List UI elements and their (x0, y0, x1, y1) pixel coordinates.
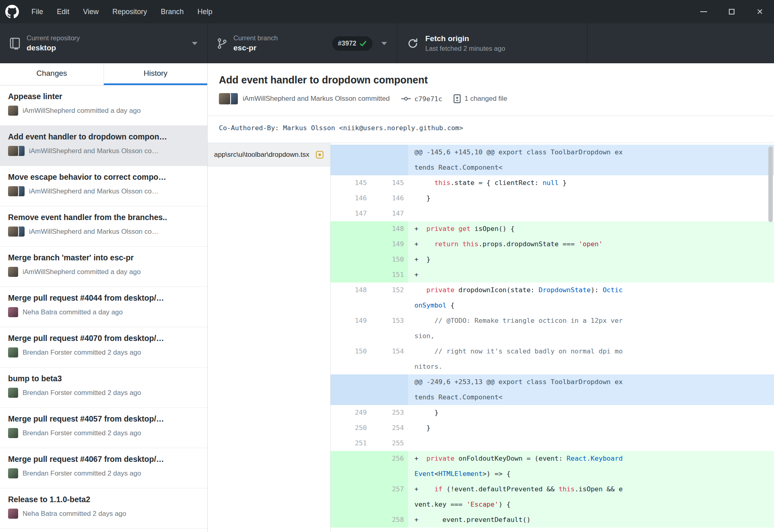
commit-list-item[interactable]: Merge pull request #4067 from desktop/…B… (0, 448, 207, 488)
diff-row-ctx: 149153 // @TODO: Remake triangle octicon… (331, 313, 774, 344)
tab-history[interactable]: History (104, 63, 208, 85)
commit-list-item[interactable]: Add event handler to dropdown compon…iAm… (0, 126, 207, 166)
commit-list-item[interactable]: Merge branch 'master' into esc-priAmWill… (0, 247, 207, 287)
new-line-number: 148 (371, 221, 408, 237)
commit-item-meta: iAmWillShepherd and Markus Olsson co… (8, 146, 199, 156)
menu-help[interactable]: Help (191, 0, 219, 23)
pull-request-badge[interactable]: #3972 (332, 36, 372, 51)
code-cell: + event.preventDefault() (408, 512, 774, 528)
commit-item-title: Merge pull request #4067 from desktop/… (8, 455, 199, 464)
fetch-origin-button[interactable]: Fetch origin Last fetched 2 minutes ago (397, 23, 587, 63)
commit-item-meta-text: Brendan Forster committed 2 days ago (23, 470, 141, 478)
code-cell: // right now it's scaled badly on normal… (408, 344, 774, 374)
commit-meta-row: iAmWillShepherd and Markus Olsson commit… (219, 92, 763, 105)
commit-list-item[interactable]: Merge pull request #4044 from desktop/…N… (0, 287, 207, 327)
new-line-number (371, 145, 408, 175)
check-icon (360, 40, 367, 47)
commit-item-meta-text: Neha Batra committed a day ago (23, 308, 123, 316)
maximize-icon (729, 9, 734, 15)
code-text: + private get isOpen() { (414, 221, 624, 237)
old-line-number (331, 374, 371, 405)
close-button[interactable] (746, 0, 774, 23)
maximize-button[interactable] (718, 0, 746, 23)
diff-row-add: 258+ event.preventDefault() (331, 512, 774, 528)
repo-book-icon (10, 37, 20, 50)
menu-file[interactable]: File (25, 0, 50, 23)
code-text: } (414, 405, 624, 420)
old-line-number: 147 (331, 206, 371, 221)
commit-author-avatars (219, 93, 238, 104)
commit-list-item[interactable]: Move escape behavior to correct compo…iA… (0, 166, 207, 206)
code-text: + return this.props.dropdownState === 'o… (414, 237, 624, 252)
minimize-button[interactable] (689, 0, 718, 23)
old-line-number (331, 482, 371, 512)
commit-sha: c79e71c (414, 95, 443, 103)
menu-view[interactable]: View (76, 0, 106, 23)
current-repository-label: Current repository (27, 34, 80, 42)
avatar (8, 388, 18, 398)
commit-item-meta: Brendan Forster committed 2 days ago (8, 388, 199, 398)
commit-list-item[interactable]: Release to 1.1.0-beta2Neha Batra committ… (0, 488, 207, 529)
commit-item-meta: iAmWillShepherd committed a day ago (8, 106, 199, 116)
new-line-number: 258 (371, 512, 408, 528)
commit-list-item[interactable]: bump to beta3Brendan Forster committed 2… (0, 368, 207, 408)
commit-item-title: Merge pull request #4057 from desktop/… (8, 414, 199, 424)
commit-item-title: Add event handler to dropdown compon… (8, 132, 199, 141)
title-bar: FileEditViewRepositoryBranchHelp (0, 0, 774, 23)
menu-branch[interactable]: Branch (154, 0, 191, 23)
avatar (8, 186, 18, 196)
current-branch-name: esc-pr (233, 44, 278, 52)
new-line-number: 255 (371, 436, 408, 451)
code-cell: // @TODO: Remake triangle octicon in a 1… (408, 313, 774, 344)
new-line-number: 256 (371, 451, 408, 482)
code-cell: + if (!event.defaultPrevented && this.is… (408, 482, 774, 512)
changed-files-group: 1 changed file (454, 94, 507, 103)
code-text: // @TODO: Remake triangle octicon in a 1… (414, 313, 624, 344)
tab-changes[interactable]: Changes (0, 63, 104, 85)
avatar (8, 267, 18, 277)
commit-item-meta-text: iAmWillShepherd and Markus Olsson co… (29, 147, 158, 155)
new-line-number: 147 (371, 206, 408, 221)
new-line-number (371, 374, 408, 405)
diff-scrollbar-thumb[interactable] (768, 146, 773, 222)
commit-list-item[interactable]: Appease linteriAmWillShepherd committed … (0, 85, 207, 126)
code-text (414, 436, 624, 451)
diff-row-ctx: 147147 (331, 206, 774, 221)
file-row[interactable]: app\src\ui\toolbar\dropdown.tsx (208, 143, 330, 166)
commit-item-meta-text: Brendan Forster committed 2 days ago (23, 349, 141, 357)
code-cell: + return this.props.dropdownState === 'o… (408, 237, 774, 252)
fetch-labels: Fetch origin Last fetched 2 minutes ago (425, 34, 505, 52)
commit-item-meta-text: Neha Batra committed 2 days ago (23, 510, 126, 518)
commit-list-item[interactable]: Remove event handler from the branches..… (0, 206, 207, 247)
avatar (8, 307, 18, 317)
modified-file-icon (316, 151, 324, 159)
commit-list-item[interactable]: Merge pull request #4070 from desktop/…B… (0, 327, 207, 368)
app-window: FileEditViewRepositoryBranchHelp Current… (0, 0, 774, 532)
code-text: + event.preventDefault() (414, 512, 624, 528)
main-panel: Add event handler to dropdown component … (208, 63, 774, 532)
code-cell: @@ -145,6 +145,10 @@ export class Toolba… (408, 145, 774, 175)
avatar-group (8, 307, 18, 317)
avatar-group (8, 347, 18, 357)
commit-item-meta: Brendan Forster committed 2 days ago (8, 468, 199, 478)
code-text: } (414, 420, 624, 436)
commit-list-item[interactable]: Merge pull request #4057 from desktop/…B… (0, 408, 207, 448)
new-line-number: 150 (371, 252, 408, 267)
code-cell: + } (408, 252, 774, 267)
current-repository-name: desktop (27, 44, 80, 52)
repository-switcher-button[interactable]: Current repository desktop (0, 23, 208, 63)
commit-item-title: Remove event handler from the branches.. (8, 213, 199, 222)
commit-item-title: bump to beta3 (8, 374, 199, 383)
avatar-group (8, 227, 25, 237)
menu-edit[interactable]: Edit (50, 0, 76, 23)
new-line-number: 146 (371, 191, 408, 206)
branch-switcher-button[interactable]: Current branch esc-pr #3972 (208, 23, 397, 63)
old-line-number: 249 (331, 405, 371, 420)
menu-repository[interactable]: Repository (106, 0, 154, 23)
code-text (414, 206, 624, 221)
diff-row-ctx: 146146 } (331, 191, 774, 206)
diff-rows: @@ -145,6 +145,10 @@ export class Toolba… (331, 145, 774, 528)
code-cell: + (408, 267, 774, 283)
body: ChangesHistory Appease linteriAmWillShep… (0, 63, 774, 532)
commit-title: Add event handler to dropdown component (219, 73, 763, 86)
